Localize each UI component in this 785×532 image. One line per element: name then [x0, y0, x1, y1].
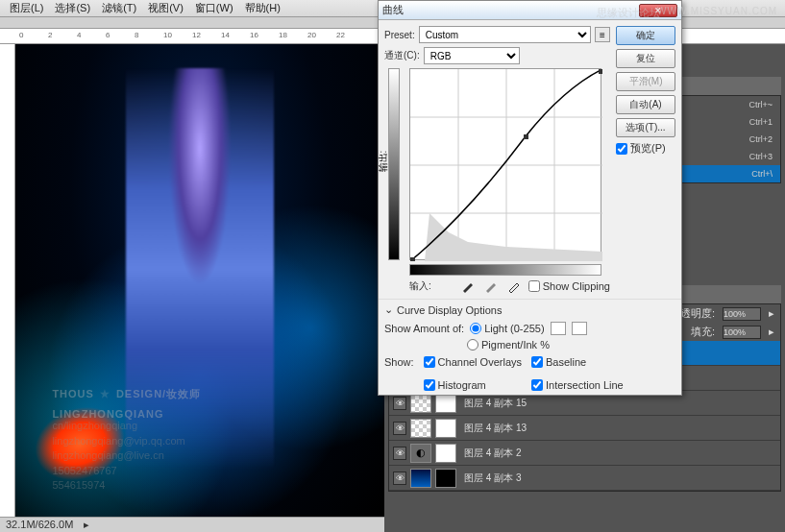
layer-name: 图层 4 副本 3: [464, 472, 521, 485]
status-bar: 32.1M/626.0M ▸: [0, 517, 384, 532]
watermark-contact: cn/lingzhongqiang lingzhongqiang@vip.qq.…: [52, 419, 184, 493]
fill-input[interactable]: [723, 326, 761, 339]
options-button[interactable]: 选项(T)...: [616, 118, 675, 137]
fill-arrow-icon[interactable]: ▸: [769, 326, 774, 338]
show-amount-label: Show Amount of:: [384, 323, 464, 334]
layer-thumb[interactable]: [410, 419, 431, 438]
layer-mask-thumb[interactable]: [435, 444, 456, 463]
canvas-area: THOUS ★ DESIGN/妆效师 LINGZHONGQIANG cn/lin…: [0, 44, 384, 517]
smooth-button[interactable]: 平滑(M): [616, 72, 675, 91]
channel-label: 通道(C):: [384, 49, 420, 62]
menu-window[interactable]: 窗口(W): [189, 0, 239, 17]
histogram-check[interactable]: Histogram: [424, 379, 522, 391]
preset-label: Preset:: [384, 30, 415, 40]
layer-thumb[interactable]: [410, 394, 431, 413]
curves-dialog: 曲线 ✕ Preset: Custom ≡ 通道(C): RGB 输出:: [378, 0, 682, 396]
layer-row[interactable]: 👁 ◐ 图层 4 副本 2: [389, 441, 780, 466]
svg-rect-8: [599, 69, 602, 74]
pigment-radio[interactable]: Pigment/Ink %: [467, 339, 675, 351]
show-label: Show:: [384, 356, 414, 368]
layer-row[interactable]: 👁 图层 4 副本 13: [389, 416, 780, 441]
dialog-title: 曲线: [382, 3, 404, 17]
menu-select[interactable]: 选择(S): [49, 0, 96, 17]
eyedropper-gray-icon[interactable]: [484, 279, 498, 293]
menu-view[interactable]: 视图(V): [142, 0, 189, 17]
visibility-icon[interactable]: 👁: [393, 397, 406, 410]
intersection-check[interactable]: Intersection Line: [531, 379, 624, 391]
fill-label: 填充:: [691, 325, 715, 339]
channel-select[interactable]: RGB: [424, 47, 520, 64]
grid-large-icon[interactable]: [572, 322, 587, 335]
eyedropper-black-icon[interactable]: [461, 279, 475, 293]
menu-filter[interactable]: 滤镜(T): [96, 0, 142, 17]
gradient-vertical: [388, 68, 400, 260]
layer-name: 图层 4 副本 13: [464, 422, 527, 435]
watermark-main: THOUS ★ DESIGN/妆效师 LINGZHONGQIANG: [52, 382, 201, 423]
show-clipping-check[interactable]: Show Clipping: [528, 280, 610, 292]
layer-mask-thumb[interactable]: [435, 419, 456, 438]
layer-row[interactable]: 👁 图层 4 副本 3: [389, 466, 780, 491]
curve-graph[interactable]: [409, 68, 601, 260]
canvas[interactable]: THOUS ★ DESIGN/妆效师 LINGZHONGQIANG cn/lin…: [15, 44, 384, 517]
baseline-check[interactable]: Baseline: [531, 356, 624, 368]
auto-button[interactable]: 自动(A): [616, 95, 675, 114]
channel-overlays-check[interactable]: Channel Overlays: [424, 356, 522, 368]
url-watermark: WWW.MISSYUAN.COM: [657, 6, 777, 16]
expand-icon[interactable]: ⌄: [384, 303, 393, 316]
ruler-vertical: [0, 44, 15, 517]
opacity-input[interactable]: [723, 307, 761, 321]
layer-mask-thumb[interactable]: [435, 469, 456, 488]
preset-menu-icon[interactable]: ≡: [595, 27, 610, 42]
layer-mask-thumb[interactable]: [435, 394, 456, 413]
visibility-icon[interactable]: 👁: [393, 447, 406, 460]
input-label: 输入:: [409, 279, 431, 293]
curve-display-options-label: Curve Display Options: [397, 304, 502, 316]
forum-watermark: 思缘设计论坛: [597, 6, 660, 20]
grid-small-icon[interactable]: [551, 322, 566, 335]
visibility-icon[interactable]: 👁: [393, 472, 406, 485]
preset-select[interactable]: Custom: [419, 26, 591, 43]
layer-thumb[interactable]: ◐: [410, 444, 431, 463]
layer-thumb[interactable]: [410, 469, 431, 488]
layer-name: 图层 4 副本 15: [464, 397, 527, 410]
gradient-horizontal: [409, 264, 601, 276]
ok-button[interactable]: 确定: [616, 26, 675, 45]
svg-rect-7: [410, 257, 415, 261]
eyedropper-white-icon[interactable]: [507, 279, 521, 293]
visibility-icon[interactable]: 👁: [393, 422, 406, 435]
layer-name: 图层 4 副本 2: [464, 447, 521, 460]
svg-rect-6: [524, 134, 528, 139]
reset-button[interactable]: 复位: [616, 49, 675, 68]
menu-layer[interactable]: 图层(L): [4, 0, 49, 17]
menu-help[interactable]: 帮助(H): [239, 0, 286, 17]
light-radio[interactable]: Light (0-255): [470, 323, 544, 334]
preview-check[interactable]: 预览(P): [616, 141, 675, 156]
status-memory: 32.1M/626.0M: [6, 519, 73, 530]
opacity-arrow-icon[interactable]: ▸: [769, 307, 774, 320]
